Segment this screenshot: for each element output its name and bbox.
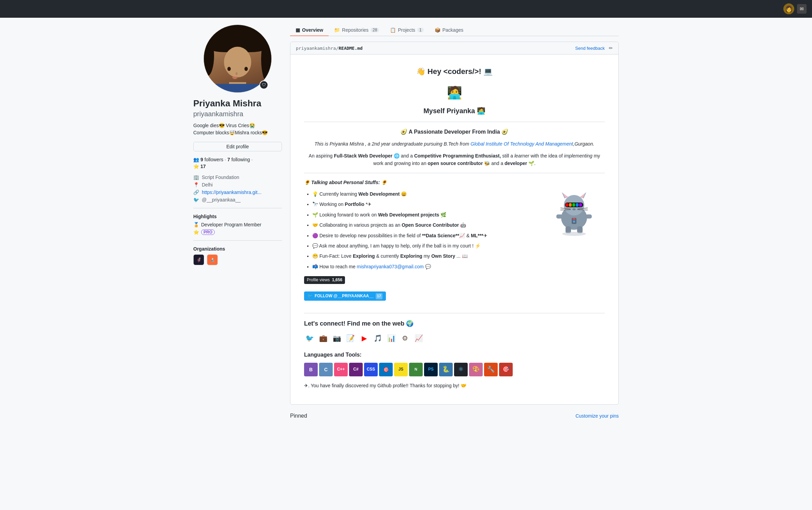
svg-rect-20 <box>586 214 592 219</box>
pro-badge[interactable]: PRO <box>201 229 215 235</box>
star-icon-small: ⭐ <box>193 229 199 235</box>
profile-name: Priyanka Mishra <box>193 98 282 109</box>
tool-nodejs[interactable]: N <box>409 363 423 376</box>
repo-tab-icon: 📁 <box>334 27 340 33</box>
profile-bio: Google dies😎 Virus Cries😭 Computer block… <box>193 122 282 136</box>
edit-readme-icon[interactable]: ✏ <box>609 45 613 51</box>
edit-profile-button[interactable]: Edit profile <box>193 142 282 151</box>
personal-stuffs-section: 🌻 Talking about Personal Stuffs: 🌻 💡 Cur… <box>304 179 605 276</box>
overview-tab-icon: ▦ <box>296 27 300 33</box>
profile-views-badge: Profile views 1,656 <box>304 276 345 284</box>
profile-meta: 🏢 Script Foundation 📍 Delhi 🔗 https://pr… <box>193 175 282 202</box>
highlight-developer-member: 🏅 Developer Program Member <box>193 222 282 227</box>
email-link[interactable]: mishrapriyanka073@gmail.com <box>357 264 424 269</box>
tools-section: Languages and Tools: B C C++ C# CSS 🎯 JS… <box>304 350 605 376</box>
tool-cpp[interactable]: C++ <box>334 363 348 376</box>
footer-text: ✈. You have finally discovered my Github… <box>304 382 605 389</box>
organizations-section: Organizations 🦸 🔬 <box>193 246 282 265</box>
avatar: 🛡 <box>204 25 272 93</box>
profile-tabs: ▦ Overview 📁 Repositories 28 📋 Projects … <box>290 25 619 36</box>
svg-rect-19 <box>556 214 562 219</box>
repo-count-badge: 28 <box>371 28 379 32</box>
svg-line-16 <box>577 210 588 210</box>
bullet-item-6: 💬 Ask me about anything, I am happy to h… <box>312 242 537 250</box>
tab-repositories[interactable]: 📁 Repositories 28 <box>329 25 385 36</box>
svg-rect-10 <box>576 203 578 207</box>
twitter-icon: 🐦 <box>193 197 199 202</box>
projects-tab-icon: 📋 <box>390 27 396 33</box>
chart-social-icon[interactable]: 📊 <box>386 333 397 344</box>
tool-photoshop[interactable]: PS <box>424 363 438 376</box>
tab-packages[interactable]: 📦 Packages <box>429 25 469 36</box>
highlight-pro: ⭐ PRO <box>193 229 282 235</box>
pinned-title: Pinned <box>290 413 307 419</box>
following-link[interactable]: 7 <box>227 157 230 162</box>
location-icon: 📍 <box>193 182 199 188</box>
org-icon-2[interactable]: 🔬 <box>207 254 218 265</box>
projects-count-badge: 1 <box>417 28 424 32</box>
tab-overview[interactable]: ▦ Overview <box>290 25 329 36</box>
readme-card: priyaankamishra/README.md Send feedback … <box>290 42 619 405</box>
tool-css[interactable]: CSS <box>364 363 378 376</box>
send-feedback-link[interactable]: Send feedback <box>575 46 605 51</box>
tool-dart[interactable]: 🎯 <box>379 363 393 376</box>
tool-sass[interactable]: 🎨 <box>469 363 483 376</box>
followers-link[interactable]: 9 <box>200 157 203 162</box>
svg-line-14 <box>560 210 571 210</box>
codechef-icon[interactable]: ⚙ <box>400 333 410 344</box>
hacker-emoji: 🧑‍💻 <box>304 83 605 103</box>
tool-csharp[interactable]: C# <box>349 363 363 376</box>
intro-para: This is Priyanka Mishra , a 2nd year und… <box>304 140 605 148</box>
meta-location: 📍 Delhi <box>193 182 282 188</box>
bullet-item-1: 💡 Currently learning Web Development 😄 <box>312 190 537 198</box>
main-content: ▦ Overview 📁 Repositories 28 📋 Projects … <box>290 25 619 422</box>
connect-title: Let's connect! Find me on the web 🌍 <box>304 319 605 329</box>
extra-social-icon[interactable]: 📈 <box>413 333 424 344</box>
tool-extra[interactable]: 🎯 <box>499 363 513 376</box>
bullet-item-4: 🤝 Collaborating in various projects as a… <box>312 221 537 229</box>
building-icon: 🏢 <box>193 175 199 180</box>
customize-pins-link[interactable]: Customize your pins <box>575 413 619 419</box>
tool-js[interactable]: JS <box>394 363 408 376</box>
greeting-section: 👋 Hey <coders/>! 💻 <box>304 65 605 77</box>
bullet-item-2: 🔭 Working on Portfolio *✈ <box>312 200 537 208</box>
tool-python[interactable]: 🐍 <box>439 363 453 376</box>
tool-c[interactable]: C <box>319 363 333 376</box>
tool-bootstrap[interactable]: B <box>304 363 318 376</box>
description-para: An aspiring Full-Stack Web Developer 🌐 a… <box>304 152 605 167</box>
twitter-count: 17 <box>376 293 382 299</box>
medal-icon: 🏅 <box>193 222 199 227</box>
user-avatar-top[interactable]: 👩 <box>783 3 794 14</box>
inbox-icon[interactable]: ✉ <box>797 4 807 14</box>
greeting-heading: 👋 Hey <coders/>! 💻 <box>304 65 605 77</box>
tool-react[interactable]: ⚛ <box>454 363 468 376</box>
meta-link[interactable]: 🔗 https://priyaankamishra.git... <box>193 190 282 195</box>
followers-info: 👥 9 followers · 7 following · <box>193 157 282 162</box>
twitter-social-icon[interactable]: 🐦 <box>304 333 315 344</box>
youtube-social-icon[interactable]: ▶ <box>359 333 370 344</box>
tool-codeigniter[interactable]: 🔧 <box>484 363 498 376</box>
svg-rect-9 <box>572 203 575 207</box>
twitter-follow-button[interactable]: 🐦 FOLLOW @__PRIYAANKAA__ 17 <box>304 291 386 301</box>
linkedin-social-icon[interactable]: 💼 <box>318 333 329 344</box>
svg-rect-11 <box>579 203 582 207</box>
myself-heading: Myself Priyanka 🧑‍💻 <box>304 105 605 116</box>
medium-social-icon[interactable]: 📝 <box>345 333 356 344</box>
readme-actions: Send feedback ✏ <box>575 45 613 51</box>
org-icons-list: 🦸 🔬 <box>193 254 282 265</box>
pinned-section-header: Pinned Customize your pins <box>290 413 619 419</box>
org-icon-1[interactable]: 🦸 <box>193 254 204 265</box>
instagram-social-icon[interactable]: 📷 <box>331 333 342 344</box>
readme-header: priyaankamishra/README.md Send feedback … <box>290 42 618 55</box>
personal-stuffs-list: 🌻 Talking about Personal Stuffs: 🌻 💡 Cur… <box>304 179 537 276</box>
link-icon: 🔗 <box>193 190 199 195</box>
bullet-item-5: 🟣 Desire to develop new possibilities in… <box>312 232 537 239</box>
star-icon: ⭐ <box>193 164 199 169</box>
music-social-icon[interactable]: 🎵 <box>372 333 383 344</box>
svg-point-23 <box>573 218 575 220</box>
twitter-bird-icon: 🐦 <box>307 293 313 299</box>
highlights-title: Highlights <box>193 214 282 219</box>
sidebar: 🛡 Priyanka Mishra priyaankamishra Google… <box>193 25 282 422</box>
tab-projects[interactable]: 📋 Projects 1 <box>385 25 429 36</box>
institute-link[interactable]: Global Institute Of Technology And Manag… <box>470 141 573 147</box>
